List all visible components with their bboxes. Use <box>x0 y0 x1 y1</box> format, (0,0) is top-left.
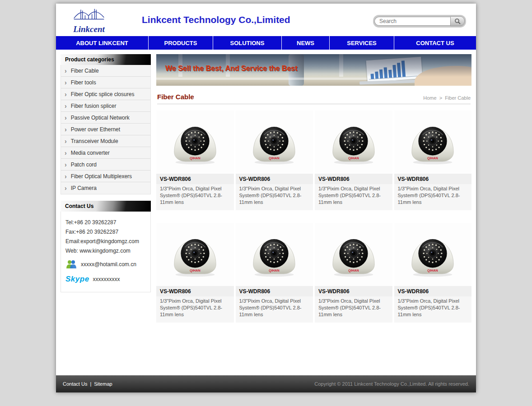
skype-id[interactable]: xxxxxxxxxx <box>93 276 120 282</box>
company-name: Linkcent Technology Co.,Limited <box>142 14 290 25</box>
sidebar: Product categories Fiber Cable Fiber too… <box>61 54 151 292</box>
dome-camera-image <box>406 119 459 166</box>
chevron-right-icon <box>65 185 67 191</box>
product-image[interactable] <box>315 111 392 174</box>
product-image[interactable] <box>236 223 313 286</box>
footer-links: Contact Us|Sitemap <box>63 381 112 387</box>
chevron-right-icon <box>65 161 67 168</box>
search-box <box>373 15 466 28</box>
product-grid: VS-WDR806 1/3"Pixim Orca, Digital Pixel … <box>156 111 471 323</box>
sidebar-item-fiber-fusion-splicer[interactable]: Fiber fusion splicer <box>61 100 150 112</box>
category-label: Fiber Optic splice closures <box>71 91 135 97</box>
msn-address[interactable]: xxxxx@hotamil.com.cn <box>81 261 136 268</box>
product-name[interactable]: VS-WDR806 <box>315 286 392 296</box>
product-card[interactable]: VS-WDR806 1/3"Pixim Orca, Digital Pixel … <box>236 223 313 323</box>
sidebar-item-fiber-cable[interactable]: Fiber Cable <box>61 65 150 77</box>
product-card[interactable]: VS-WDR806 1/3"Pixim Orca, Digital Pixel … <box>315 111 392 210</box>
sidebar-item-passive-optical-network[interactable]: Passive Optical Network <box>61 112 150 124</box>
sidebar-item-media-converter[interactable]: Media converter <box>61 147 150 159</box>
product-card[interactable]: VS-WDR806 1/3"Pixim Orca, Digital Pixel … <box>156 223 234 323</box>
product-name[interactable]: VS-WDR806 <box>156 286 234 296</box>
main-column: We Sell the Best, And Service the Best F… <box>156 54 471 323</box>
product-card[interactable]: VS-WDR806 1/3"Pixim Orca, Digital Pixel … <box>394 111 472 210</box>
search-button[interactable] <box>450 16 465 26</box>
contact-tel: Tel:+86 20 39262287 <box>65 219 146 226</box>
sidebar-item-fiber-optic-splice-closures[interactable]: Fiber Optic splice closures <box>61 88 150 100</box>
product-card[interactable]: VS-WDR806 1/3"Pixim Orca, Digital Pixel … <box>315 223 392 323</box>
sidebar-item-patch-cord[interactable]: Patch cord <box>61 159 150 171</box>
sidebar-item-fiber-optical-multiplexers[interactable]: Fiber Optical Multiplexers <box>61 171 150 182</box>
nav-item-products[interactable]: PRODUCTS <box>149 36 213 50</box>
category-label: Fiber Optical Multiplexers <box>71 173 132 180</box>
product-name[interactable]: VS-WDR806 <box>156 174 234 184</box>
product-name[interactable]: VS-WDR806 <box>315 174 392 184</box>
product-description: 1/3"Pixim Orca, Digital Pixel System® (D… <box>236 184 313 206</box>
search-input[interactable] <box>374 17 450 26</box>
product-image[interactable] <box>236 111 313 174</box>
sidebar-item-transceiver-module[interactable]: Transceiver Module <box>61 135 150 147</box>
nav-item-contact-us[interactable]: CONTACT US <box>394 36 476 50</box>
chevron-right-icon <box>65 126 67 133</box>
logo-text: Linkcent <box>60 25 118 33</box>
product-name[interactable]: VS-WDR806 <box>236 174 313 184</box>
sidebar-item-ip-camera[interactable]: IP Camera <box>61 182 150 194</box>
msn-messenger-icon <box>65 259 77 269</box>
product-image[interactable] <box>394 223 472 286</box>
product-card[interactable]: VS-WDR806 1/3"Pixim Orca, Digital Pixel … <box>394 223 472 323</box>
nav-item-services[interactable]: SERVICES <box>330 36 394 50</box>
product-description: 1/3"Pixim Orca, Digital Pixel System® (D… <box>315 296 392 318</box>
sidebar-item-fiber-tools[interactable]: Fiber tools <box>61 77 150 88</box>
dome-camera-image <box>168 119 222 166</box>
title-row: Fiber Cable Home > Fiber Cable <box>157 93 471 104</box>
content-area: Product categories Fiber Cable Fiber too… <box>56 50 476 375</box>
product-image[interactable] <box>315 223 392 286</box>
product-card[interactable]: VS-WDR806 1/3"Pixim Orca, Digital Pixel … <box>236 111 313 210</box>
product-name[interactable]: VS-WDR806 <box>236 286 313 296</box>
site-header: Linkcent Linkcent Technology Co.,Limited <box>56 4 476 36</box>
category-label: Patch cord <box>71 161 97 168</box>
chevron-right-icon <box>65 79 67 86</box>
category-label: Passive Optical Network <box>71 115 130 121</box>
chevron-right-icon <box>65 173 67 180</box>
category-label: Media converter <box>71 150 110 156</box>
breadcrumb-separator: > <box>439 95 442 101</box>
nav-item-solutions[interactable]: SOLUTIONS <box>213 36 282 50</box>
product-description: 1/3"Pixim Orca, Digital Pixel System® (D… <box>394 296 472 318</box>
chevron-right-icon <box>65 150 67 156</box>
breadcrumb-home[interactable]: Home <box>423 95 436 101</box>
search-icon <box>454 18 461 24</box>
chevron-right-icon <box>65 103 67 109</box>
footer-link-sitemap[interactable]: Sitemap <box>94 381 112 387</box>
dome-camera-image <box>247 119 301 166</box>
company-logo[interactable]: Linkcent <box>60 6 118 33</box>
nav-item-news[interactable]: NEWS <box>282 36 330 50</box>
contact-email[interactable]: Email:export@kingdomgz.com <box>65 238 146 245</box>
category-label: Power over Ethernet <box>71 126 120 133</box>
footer-link-contact-us[interactable]: Contact Us <box>63 381 87 387</box>
product-name[interactable]: VS-WDR806 <box>394 286 472 296</box>
product-description: 1/3"Pixim Orca, Digital Pixel System® (D… <box>156 184 234 206</box>
bridge-logo-icon <box>71 6 107 24</box>
nav-item-about-linkcent[interactable]: ABOUT LINKCENT <box>56 36 149 50</box>
product-image[interactable] <box>156 111 234 174</box>
contact-box: Tel:+86 20 39262287 Fax:+86 20 39262287 … <box>61 212 151 292</box>
dome-camera-image <box>327 231 380 278</box>
product-card[interactable]: VS-WDR806 1/3"Pixim Orca, Digital Pixel … <box>156 111 234 210</box>
category-label: Transceiver Module <box>71 138 118 144</box>
product-categories-header: Product categories <box>61 54 151 65</box>
banner-slogan: We Sell the Best, And Service the Best <box>165 65 298 73</box>
contact-us-header: Contact Us <box>61 201 151 212</box>
category-label: Fiber tools <box>71 79 96 86</box>
contact-fax: Fax:+86 20 39262287 <box>65 229 146 235</box>
sidebar-item-power-over-ethernet[interactable]: Power over Ethernet <box>61 124 150 135</box>
contact-web[interactable]: Web: www.kingdomgz.com <box>65 248 146 254</box>
category-label: Fiber Cable <box>71 68 99 74</box>
product-image[interactable] <box>394 111 472 174</box>
footer-copyright: Copyright © 2011 Linkcent Technology Co.… <box>314 381 469 387</box>
product-image[interactable] <box>156 223 234 286</box>
product-description: 1/3"Pixim Orca, Digital Pixel System® (D… <box>394 184 472 206</box>
chevron-right-icon <box>65 68 67 74</box>
category-list: Fiber Cable Fiber tools Fiber Optic spli… <box>61 65 151 194</box>
product-name[interactable]: VS-WDR806 <box>394 174 472 184</box>
breadcrumb: Home > Fiber Cable <box>422 95 471 101</box>
